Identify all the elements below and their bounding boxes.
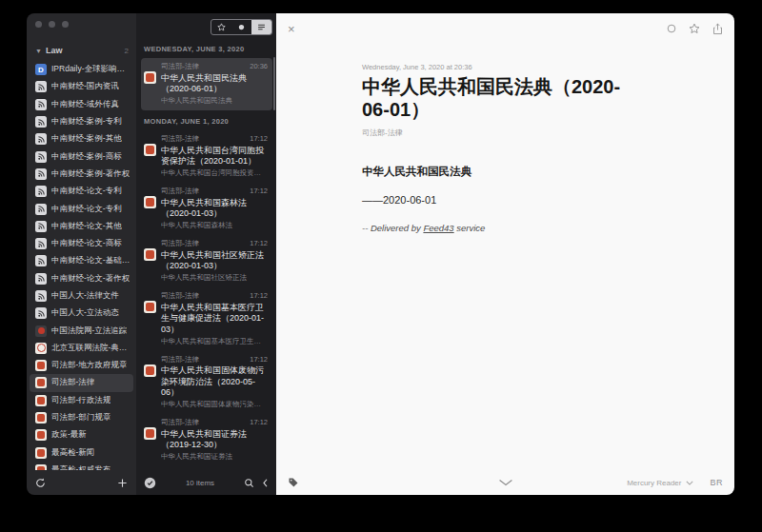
sidebar-item-label: 中南财经-案例-其他 [51, 133, 122, 145]
sidebar-item[interactable]: 中南财经-案例-商标 [27, 148, 136, 165]
rss-icon [35, 255, 47, 266]
date-group-header: WEDNESDAY, JUNE 3, 2020 [144, 45, 271, 53]
sidebar-item[interactable]: 中南财经-域外传真 [27, 96, 136, 113]
sidebar-item-label: 中南财经-论文-基础理论 [51, 255, 132, 266]
sidebar-item-label: 中南财经-论文-著作权 [51, 273, 130, 285]
article-summary: 中华人民共和国森林法 [161, 221, 268, 230]
sidebar-item-label: 中南财经-案例-商标 [51, 151, 122, 163]
article-list-item[interactable]: 司法部-法律17:12中华人民共和国社区矫正法（2020-01-03）中华人民共… [141, 235, 272, 287]
sidebar-item[interactable]: 中南财经-案例-其他 [27, 130, 136, 148]
zoom-window-button[interactable] [62, 21, 69, 28]
article-time: 17:12 [250, 187, 268, 195]
tag-icon[interactable] [288, 477, 299, 488]
rss-icon [35, 221, 47, 232]
sidebar-item[interactable]: 中南财经-论文-基础理论 [27, 252, 136, 269]
rss-icon [35, 133, 47, 145]
mark-all-read-icon[interactable] [144, 477, 156, 489]
sidebar-item[interactable]: 中南财经-论文-专利 [27, 183, 136, 200]
sidebar-item-label: 司法部-地方政府规章 [51, 360, 127, 371]
close-window-button[interactable] [35, 21, 42, 28]
sidebar-item[interactable]: 中南财经-国内资讯 [27, 78, 136, 95]
article-list-item[interactable]: 司法部-法律17:12中华人民共和国固体废物污染环境防治法（2020-05-06… [141, 351, 272, 415]
article-list-column: WEDNESDAY, JUNE 3, 2020司法部-法律20:36中华人民共和… [136, 13, 276, 495]
emblem-feed-icon [144, 301, 156, 313]
reeder-window: ▼ Law 2 DIPRdaily-全球影响力的...中南财经-国内资讯中南财经… [27, 13, 734, 495]
sidebar-item[interactable]: 司法部-部门规章 [27, 409, 136, 426]
minimize-window-button[interactable] [49, 21, 55, 28]
sidebar-item-label: 中国法院网-立法追踪 [51, 325, 127, 337]
sidebar-item[interactable]: 中南财经-论文-专利 [27, 200, 136, 217]
sidebar-item[interactable]: 中国法院网-立法追踪 [27, 322, 136, 339]
article-summary: 中华人民共和国固体废物污染环境防治法 [161, 400, 268, 409]
mark-unread-circle-icon[interactable] [667, 24, 676, 33]
sidebar-item-label: IPRdaily-全球影响力的... [51, 64, 132, 75]
view-filter-segmented-control [211, 19, 272, 35]
seal-feed-icon [35, 343, 47, 354]
emblem-feed-icon [144, 248, 156, 261]
sidebar-item[interactable]: 最高检-新闻 [27, 444, 136, 462]
feeds-sidebar: ▼ Law 2 DIPRdaily-全球影响力的...中南财经-国内资讯中南财经… [27, 13, 136, 495]
sidebar-item[interactable]: 政策-最新 [27, 426, 136, 443]
add-icon[interactable] [117, 478, 128, 488]
dot-icon [238, 24, 245, 30]
sidebar-item[interactable]: 司法部-行政法规 [27, 392, 136, 409]
article-title: 中华人民共和国民法典（2020-06-01） [161, 73, 268, 95]
article-summary: 中华人民共和国基本医疗卫生与健康促... [161, 337, 268, 346]
sidebar-item[interactable]: 中南财经-论文-其他 [27, 218, 136, 235]
sidebar-item[interactable]: 司法部-法律 [30, 374, 133, 391]
rss-icon [35, 81, 47, 92]
feed-list: DIPRdaily-全球影响力的...中南财经-国内资讯中南财经-域外传真中南财… [27, 59, 136, 470]
reader-mode-select[interactable]: Mercury Reader [627, 479, 681, 487]
filter-unread-button[interactable] [231, 20, 251, 34]
article-list-item[interactable]: 司法部-法律17:12中华人民共和国森林法（2020-01-03）中华人民共和国… [141, 183, 272, 235]
sidebar-item-label: 政策-最新 [51, 429, 87, 441]
feed43-link[interactable]: Feed43 [423, 223, 453, 233]
sidebar-item-label: 司法部-部门规章 [51, 412, 110, 424]
article-list-item[interactable]: 司法部-法律17:12中华人民共和国台湾同胞投资保护法（2020-01-01）中… [141, 130, 272, 183]
article-list-item[interactable]: 司法部-法律20:36中华人民共和国民法典（2020-06-01）中华人民共和国… [141, 58, 272, 110]
list-lines-icon [257, 23, 266, 31]
article-content: Wednesday, June 3, 2020 at 20:36 中华人民共和国… [276, 44, 633, 233]
article-list-item[interactable]: 司法部-法律17:12中华人民共和国基本医疗卫生与健康促进法（2020-01-0… [141, 287, 272, 351]
sidebar-item[interactable]: 最高检-权威发布 [27, 462, 136, 470]
sidebar-item[interactable]: 中南财经-案例-专利 [27, 113, 136, 130]
article-list-item[interactable]: 司法部-法律17:12中华人民共和国证券法（2019-12-30）中华人民共和国… [141, 414, 272, 466]
screenshot: ▼ Law 2 DIPRdaily-全球影响力的...中南财经-国内资讯中南财经… [0, 0, 762, 532]
emblem-feed-icon [35, 395, 47, 406]
bionic-reading-toggle[interactable]: BR [710, 478, 723, 487]
rss-icon [35, 290, 47, 302]
chevron-left-icon[interactable] [262, 479, 269, 487]
list-scrollbar[interactable] [273, 57, 275, 110]
article-time: 17:12 [250, 355, 268, 364]
star-icon[interactable] [689, 23, 700, 34]
chevron-down-icon[interactable] [498, 479, 513, 486]
sidebar-item-label: 中南财经-国内资讯 [51, 81, 119, 92]
group-unread-count: 2 [125, 47, 129, 55]
group-label: Law [46, 46, 121, 55]
sidebar-item-label: 司法部-法律 [51, 377, 94, 388]
sidebar-item[interactable]: 中国人大-立法动态 [27, 305, 136, 322]
article-title: 中华人民共和国社区矫正法（2020-01-03） [161, 250, 268, 272]
sidebar-item[interactable]: 中南财经-论文-商标 [27, 235, 136, 252]
list-toolbar: 10 items [136, 470, 276, 495]
refresh-icon[interactable] [35, 478, 46, 488]
sidebar-item[interactable]: 中南财经-案例-著作权 [27, 166, 136, 183]
search-icon[interactable] [244, 478, 254, 488]
sidebar-group-law[interactable]: ▼ Law 2 [27, 38, 136, 59]
emblem-feed-icon [144, 427, 156, 440]
sidebar-item[interactable]: DIPRdaily-全球影响力的... [27, 61, 136, 78]
date-group-header: MONDAY, JUNE 1, 2020 [144, 117, 271, 126]
sidebar-item[interactable]: 中南财经-论文-著作权 [27, 270, 136, 287]
window-controls [27, 13, 136, 38]
filter-all-button[interactable] [251, 20, 271, 34]
sidebar-item-label: 中南财经-域外传真 [51, 99, 119, 110]
close-article-button[interactable]: × [288, 23, 295, 35]
article-feed-name: 司法部-法律 [161, 418, 199, 427]
sidebar-item[interactable]: 北京互联网法院-典型案例 [27, 340, 136, 357]
sidebar-item-label: 中南财经-案例-著作权 [51, 168, 130, 180]
sidebar-item[interactable]: 中国人大-法律文件 [27, 287, 136, 305]
share-icon[interactable] [712, 23, 723, 35]
sidebar-item[interactable]: 司法部-地方政府规章 [27, 357, 136, 374]
article-body-footer: -- Delivered by Feed43 service [362, 223, 633, 233]
filter-starred-button[interactable] [211, 20, 231, 34]
